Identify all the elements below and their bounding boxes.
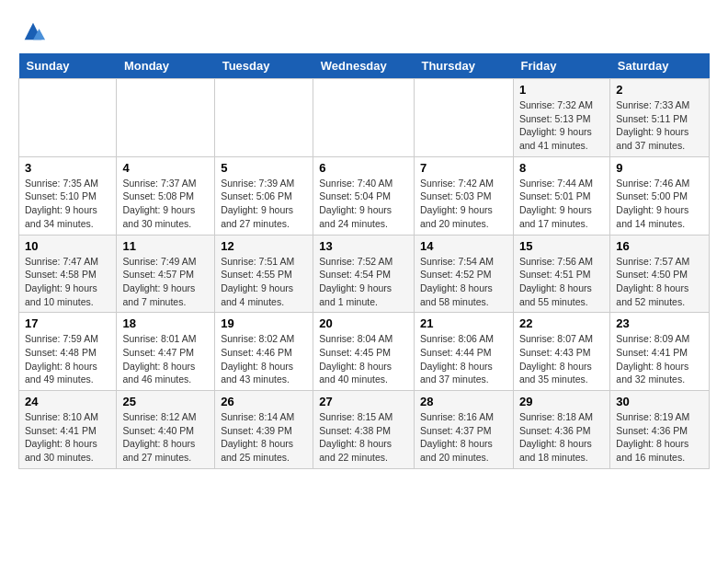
header-wednesday: Wednesday bbox=[313, 53, 415, 79]
day-number: 14 bbox=[420, 239, 507, 253]
day-info: Sunrise: 7:32 AM Sunset: 5:13 PM Dayligh… bbox=[519, 98, 604, 153]
day-info: Sunrise: 7:54 AM Sunset: 4:52 PM Dayligh… bbox=[420, 255, 507, 309]
calendar-cell: 6Sunrise: 7:40 AM Sunset: 5:04 PM Daylig… bbox=[313, 156, 415, 235]
calendar-cell: 4Sunrise: 7:37 AM Sunset: 5:08 PM Daylig… bbox=[117, 156, 215, 235]
calendar-cell: 28Sunrise: 8:16 AM Sunset: 4:37 PM Dayli… bbox=[414, 391, 513, 469]
calendar-cell: 9Sunrise: 7:46 AM Sunset: 5:00 PM Daylig… bbox=[610, 156, 710, 235]
week-row-1: 3Sunrise: 7:35 AM Sunset: 5:10 PM Daylig… bbox=[19, 156, 710, 235]
day-number: 15 bbox=[519, 239, 604, 253]
day-info: Sunrise: 8:15 AM Sunset: 4:38 PM Dayligh… bbox=[319, 410, 408, 465]
day-number: 4 bbox=[122, 161, 209, 175]
calendar-cell: 24Sunrise: 8:10 AM Sunset: 4:41 PM Dayli… bbox=[19, 391, 117, 469]
day-number: 23 bbox=[616, 316, 703, 330]
day-number: 25 bbox=[122, 395, 209, 408]
calendar-cell bbox=[117, 79, 215, 157]
day-info: Sunrise: 7:52 AM Sunset: 4:54 PM Dayligh… bbox=[319, 255, 408, 309]
day-number: 10 bbox=[25, 239, 110, 253]
calendar-cell: 8Sunrise: 7:44 AM Sunset: 5:01 PM Daylig… bbox=[513, 156, 609, 235]
day-number: 13 bbox=[319, 239, 408, 253]
day-number: 11 bbox=[122, 239, 209, 253]
calendar-cell: 2Sunrise: 7:33 AM Sunset: 5:11 PM Daylig… bbox=[610, 79, 710, 157]
day-info: Sunrise: 7:39 AM Sunset: 5:06 PM Dayligh… bbox=[221, 177, 307, 231]
day-info: Sunrise: 8:16 AM Sunset: 4:37 PM Dayligh… bbox=[420, 410, 507, 465]
week-row-4: 24Sunrise: 8:10 AM Sunset: 4:41 PM Dayli… bbox=[19, 391, 710, 469]
header-thursday: Thursday bbox=[414, 53, 513, 79]
calendar-cell: 26Sunrise: 8:14 AM Sunset: 4:39 PM Dayli… bbox=[215, 391, 313, 469]
day-info: Sunrise: 7:56 AM Sunset: 4:51 PM Dayligh… bbox=[519, 255, 604, 309]
day-info: Sunrise: 7:35 AM Sunset: 5:10 PM Dayligh… bbox=[25, 177, 110, 231]
day-info: Sunrise: 7:49 AM Sunset: 4:57 PM Dayligh… bbox=[122, 255, 209, 309]
calendar-cell: 10Sunrise: 7:47 AM Sunset: 4:58 PM Dayli… bbox=[19, 235, 117, 313]
day-number: 16 bbox=[616, 239, 703, 253]
calendar-cell: 30Sunrise: 8:19 AM Sunset: 4:36 PM Dayli… bbox=[610, 391, 710, 469]
day-number: 1 bbox=[519, 83, 604, 97]
calendar-cell: 5Sunrise: 7:39 AM Sunset: 5:06 PM Daylig… bbox=[215, 156, 313, 235]
day-info: Sunrise: 8:01 AM Sunset: 4:47 PM Dayligh… bbox=[122, 332, 209, 386]
calendar-cell: 12Sunrise: 7:51 AM Sunset: 4:55 PM Dayli… bbox=[215, 235, 313, 313]
day-number: 27 bbox=[319, 395, 408, 408]
calendar-cell: 21Sunrise: 8:06 AM Sunset: 4:44 PM Dayli… bbox=[414, 313, 513, 391]
day-number: 22 bbox=[519, 316, 604, 330]
calendar-cell: 13Sunrise: 7:52 AM Sunset: 4:54 PM Dayli… bbox=[313, 235, 415, 313]
calendar-cell: 16Sunrise: 7:57 AM Sunset: 4:50 PM Dayli… bbox=[610, 235, 710, 313]
day-info: Sunrise: 8:07 AM Sunset: 4:43 PM Dayligh… bbox=[519, 332, 604, 386]
day-number: 30 bbox=[616, 395, 703, 408]
calendar-cell: 11Sunrise: 7:49 AM Sunset: 4:57 PM Dayli… bbox=[117, 235, 215, 313]
week-row-3: 17Sunrise: 7:59 AM Sunset: 4:48 PM Dayli… bbox=[19, 313, 710, 391]
day-info: Sunrise: 8:19 AM Sunset: 4:36 PM Dayligh… bbox=[616, 410, 703, 465]
day-number: 19 bbox=[221, 316, 307, 330]
day-number: 8 bbox=[519, 161, 604, 175]
day-number: 6 bbox=[319, 161, 408, 175]
calendar-cell: 7Sunrise: 7:42 AM Sunset: 5:03 PM Daylig… bbox=[414, 156, 513, 235]
day-info: Sunrise: 7:33 AM Sunset: 5:11 PM Dayligh… bbox=[616, 98, 703, 153]
day-number: 29 bbox=[519, 395, 604, 408]
calendar-cell: 17Sunrise: 7:59 AM Sunset: 4:48 PM Dayli… bbox=[19, 313, 117, 391]
day-info: Sunrise: 7:44 AM Sunset: 5:01 PM Dayligh… bbox=[519, 177, 604, 231]
header-tuesday: Tuesday bbox=[215, 53, 313, 79]
week-row-0: 1Sunrise: 7:32 AM Sunset: 5:13 PM Daylig… bbox=[19, 79, 710, 157]
calendar-cell: 15Sunrise: 7:56 AM Sunset: 4:51 PM Dayli… bbox=[513, 235, 609, 313]
calendar-cell bbox=[215, 79, 313, 157]
calendar-cell: 18Sunrise: 8:01 AM Sunset: 4:47 PM Dayli… bbox=[117, 313, 215, 391]
day-number: 9 bbox=[616, 161, 703, 175]
day-info: Sunrise: 8:02 AM Sunset: 4:46 PM Dayligh… bbox=[221, 332, 307, 386]
day-number: 28 bbox=[420, 395, 507, 408]
day-number: 21 bbox=[420, 316, 507, 330]
header-friday: Friday bbox=[513, 53, 609, 79]
calendar-cell: 22Sunrise: 8:07 AM Sunset: 4:43 PM Dayli… bbox=[513, 313, 609, 391]
header-monday: Monday bbox=[117, 53, 215, 79]
day-number: 17 bbox=[25, 316, 110, 330]
day-info: Sunrise: 7:37 AM Sunset: 5:08 PM Dayligh… bbox=[122, 177, 209, 231]
day-info: Sunrise: 8:18 AM Sunset: 4:36 PM Dayligh… bbox=[519, 410, 604, 465]
day-number: 5 bbox=[221, 161, 307, 175]
day-number: 7 bbox=[420, 161, 507, 175]
day-info: Sunrise: 8:12 AM Sunset: 4:40 PM Dayligh… bbox=[122, 410, 209, 465]
day-info: Sunrise: 7:40 AM Sunset: 5:04 PM Dayligh… bbox=[319, 177, 408, 231]
calendar-cell bbox=[313, 79, 415, 157]
day-info: Sunrise: 8:14 AM Sunset: 4:39 PM Dayligh… bbox=[221, 410, 307, 465]
day-info: Sunrise: 7:57 AM Sunset: 4:50 PM Dayligh… bbox=[616, 255, 703, 309]
page-header bbox=[18, 18, 710, 44]
calendar-cell: 14Sunrise: 7:54 AM Sunset: 4:52 PM Dayli… bbox=[414, 235, 513, 313]
day-number: 18 bbox=[122, 316, 209, 330]
calendar-cell: 23Sunrise: 8:09 AM Sunset: 4:41 PM Dayli… bbox=[610, 313, 710, 391]
calendar-cell: 25Sunrise: 8:12 AM Sunset: 4:40 PM Dayli… bbox=[117, 391, 215, 469]
header-saturday: Saturday bbox=[610, 53, 710, 79]
day-info: Sunrise: 8:06 AM Sunset: 4:44 PM Dayligh… bbox=[420, 332, 507, 386]
calendar-header-row: SundayMondayTuesdayWednesdayThursdayFrid… bbox=[19, 53, 710, 79]
header-sunday: Sunday bbox=[19, 53, 117, 79]
calendar-cell: 3Sunrise: 7:35 AM Sunset: 5:10 PM Daylig… bbox=[19, 156, 117, 235]
day-info: Sunrise: 8:04 AM Sunset: 4:45 PM Dayligh… bbox=[319, 332, 408, 386]
day-info: Sunrise: 7:59 AM Sunset: 4:48 PM Dayligh… bbox=[25, 332, 110, 386]
day-number: 24 bbox=[25, 395, 110, 408]
logo-icon bbox=[20, 18, 46, 44]
calendar-cell bbox=[414, 79, 513, 157]
calendar-cell: 1Sunrise: 7:32 AM Sunset: 5:13 PM Daylig… bbox=[513, 79, 609, 157]
day-number: 20 bbox=[319, 316, 408, 330]
calendar-cell: 19Sunrise: 8:02 AM Sunset: 4:46 PM Dayli… bbox=[215, 313, 313, 391]
day-info: Sunrise: 7:42 AM Sunset: 5:03 PM Dayligh… bbox=[420, 177, 507, 231]
day-number: 2 bbox=[616, 83, 703, 97]
calendar-cell: 27Sunrise: 8:15 AM Sunset: 4:38 PM Dayli… bbox=[313, 391, 415, 469]
day-number: 26 bbox=[221, 395, 307, 408]
day-number: 12 bbox=[221, 239, 307, 253]
